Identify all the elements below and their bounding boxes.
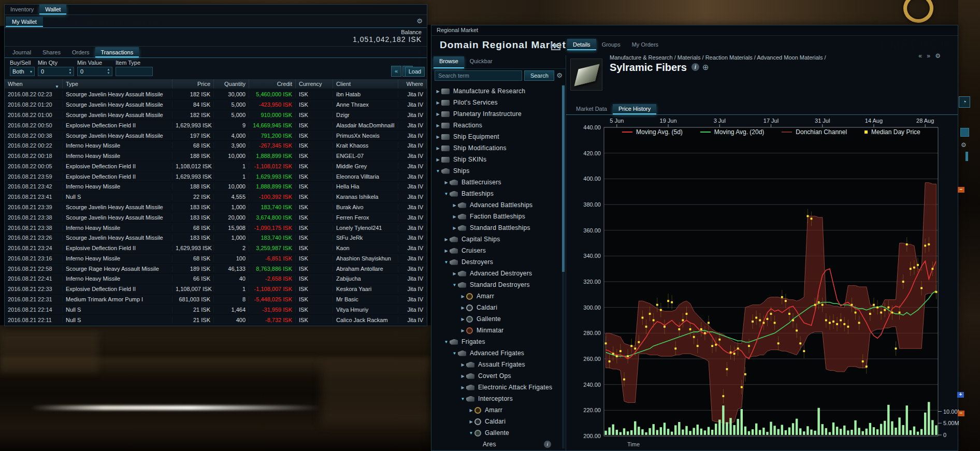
tab-price-history[interactable]: Price History bbox=[613, 104, 656, 114]
tree-item-capital-ships[interactable]: ▶Capital Ships bbox=[431, 234, 561, 245]
tree-expand-arrow-icon[interactable]: ▶ bbox=[435, 135, 441, 139]
tree-item-frigates[interactable]: ▼Frigates bbox=[431, 336, 561, 347]
col-credit[interactable]: Credit bbox=[249, 79, 296, 89]
tree-expand-arrow-icon[interactable]: ▶ bbox=[443, 237, 450, 242]
tree-expand-arrow-icon[interactable]: ▶ bbox=[451, 271, 458, 276]
tab-quickbar[interactable]: Quickbar bbox=[464, 56, 498, 68]
info-icon[interactable]: i bbox=[544, 441, 551, 448]
tree-expand-arrow-icon[interactable]: ▶ bbox=[435, 123, 441, 128]
tree-expand-arrow-icon[interactable]: ▶ bbox=[459, 362, 466, 367]
collapse-button[interactable]: − bbox=[958, 187, 964, 193]
tree-item-interceptors[interactable]: ▼Interceptors bbox=[431, 393, 561, 404]
tree-item-battlecruisers[interactable]: ▶Battlecruisers bbox=[431, 177, 561, 188]
tree-item-battleships[interactable]: ▼Battleships bbox=[431, 188, 561, 199]
tab-inventory[interactable]: Inventory bbox=[5, 5, 39, 14]
tree-expand-arrow-icon[interactable]: ▶ bbox=[451, 203, 458, 208]
tree-expand-arrow-icon[interactable]: ▶ bbox=[435, 112, 441, 117]
tree-expand-arrow-icon[interactable]: ▶ bbox=[435, 100, 441, 105]
table-row[interactable]: 2016.08.22 02:23Scourge Javelin Heavy As… bbox=[5, 90, 427, 100]
sidebar-square-icon[interactable] bbox=[960, 128, 969, 137]
tree-expand-arrow-icon[interactable]: ▶ bbox=[435, 146, 441, 151]
col-client[interactable]: Client bbox=[333, 79, 398, 89]
table-row[interactable]: 2016.08.21 22:41Inferno Heavy Missile66 … bbox=[5, 274, 427, 284]
tree-item-pilot-s-services[interactable]: ▶Pilot's Services bbox=[431, 97, 561, 108]
tree-scrollbar[interactable] bbox=[562, 85, 565, 448]
tree-item-cruisers[interactable]: ▶Cruisers bbox=[431, 245, 561, 256]
table-row[interactable]: 2016.08.21 23:39Scourge Javelin Heavy As… bbox=[5, 202, 427, 213]
load-button[interactable]: Load bbox=[405, 67, 425, 77]
tree-collapse-arrow-icon[interactable]: ▼ bbox=[451, 283, 458, 287]
zoom-out-button[interactable]: − bbox=[958, 411, 964, 416]
tree-item-electronic-attack-frigates[interactable]: ▶Electronic Attack Frigates bbox=[431, 382, 561, 393]
tab-orders[interactable]: Orders bbox=[66, 47, 95, 57]
tab-transactions[interactable]: Transactions bbox=[95, 47, 139, 57]
tree-item-advanced-battleships[interactable]: ▶Advanced Battleships bbox=[431, 199, 561, 211]
table-row[interactable]: 2016.08.22 00:38Scourge Javelin Heavy As… bbox=[5, 130, 427, 141]
table-row[interactable]: 2016.08.22 00:05Explosive Deflection Fie… bbox=[5, 161, 427, 171]
tree-expand-arrow-icon[interactable]: ▶ bbox=[459, 305, 466, 310]
tree-item-manufacture-research[interactable]: ▶Manufacture & Research bbox=[431, 85, 561, 97]
page-prev-button[interactable]: « bbox=[391, 66, 401, 77]
tree-expand-arrow-icon[interactable]: ▶ bbox=[459, 385, 466, 390]
tree-item-standard-destroyers[interactable]: ▼Standard Destroyers bbox=[431, 279, 561, 290]
tree-expand-arrow-icon[interactable]: ▶ bbox=[468, 408, 474, 413]
tree-item-standard-battleships[interactable]: ▶Standard Battleships bbox=[431, 222, 561, 234]
sidebar-gear-icon[interactable]: ⚙ bbox=[961, 141, 967, 149]
table-row[interactable]: 2016.08.21 22:14Null S21 ISK1,464-31,959… bbox=[5, 304, 427, 315]
table-row[interactable]: 2016.08.21 22:58Scourge Rage Heavy Assau… bbox=[5, 264, 427, 274]
zoom-in-button[interactable]: + bbox=[957, 392, 964, 398]
tree-collapse-arrow-icon[interactable]: ▼ bbox=[451, 351, 458, 356]
tree-collapse-arrow-icon[interactable]: ▼ bbox=[443, 340, 450, 344]
table-row[interactable]: 2016.08.22 00:50Explosive Deflection Fie… bbox=[5, 120, 427, 130]
tree-item-amarr[interactable]: ▶Amarr bbox=[431, 404, 561, 416]
tree-item-ship-skins[interactable]: ▶Ship SKINs bbox=[431, 154, 561, 165]
tree-item-assault-frigates[interactable]: ▶Assault Frigates bbox=[431, 359, 561, 370]
window-controls-icons[interactable]: « » ⚙ bbox=[918, 52, 942, 60]
tree-scrollbar-thumb[interactable] bbox=[562, 85, 565, 272]
tab-groups[interactable]: Groups bbox=[596, 39, 626, 50]
tree-expand-arrow-icon[interactable]: ▶ bbox=[459, 294, 466, 299]
tree-item-planetary-infrastructure[interactable]: ▶Planetary Infrastructure bbox=[431, 108, 561, 120]
tree-item-ships[interactable]: ▼Ships bbox=[431, 165, 561, 177]
table-row[interactable]: 2016.08.21 22:11Null S21 ISK400-8,732 IS… bbox=[5, 315, 427, 325]
tree-collapse-arrow-icon[interactable]: ▼ bbox=[443, 260, 450, 265]
tree-item-caldari[interactable]: ▶Caldari bbox=[431, 416, 561, 427]
tree-collapse-arrow-icon[interactable]: ▼ bbox=[459, 397, 466, 401]
tree-item-ares[interactable]: Aresi bbox=[431, 439, 561, 450]
tree-expand-arrow-icon[interactable]: ▶ bbox=[468, 419, 474, 424]
tree-expand-arrow-icon[interactable]: ▶ bbox=[435, 89, 441, 94]
tree-expand-arrow-icon[interactable]: ▶ bbox=[459, 328, 466, 333]
table-row[interactable]: 2016.08.21 23:41Null S22 ISK4,555-100,39… bbox=[5, 192, 427, 202]
col-where[interactable]: Where bbox=[398, 79, 427, 89]
wallet-settings-gear-icon[interactable]: ⚙ bbox=[416, 17, 423, 25]
breadcrumb[interactable]: Manufacture & Research / Materials / Rea… bbox=[610, 54, 826, 61]
table-row[interactable]: 2016.08.21 22:31Medium Trimark Armor Pum… bbox=[5, 295, 427, 305]
market-window-title[interactable]: Regional Market bbox=[431, 25, 958, 36]
tree-item-caldari[interactable]: ▶Caldari bbox=[431, 302, 561, 313]
col-quantity[interactable]: Quantity bbox=[214, 79, 249, 89]
tree-item-faction-battleships[interactable]: ▶Faction Battleships bbox=[431, 211, 561, 222]
tree-expand-arrow-icon[interactable]: ▶ bbox=[443, 249, 450, 253]
table-row[interactable]: 2016.08.21 23:38Scourge Javelin Heavy As… bbox=[5, 212, 427, 223]
col-type[interactable]: Type bbox=[63, 79, 172, 89]
table-row[interactable]: 2016.08.21 23:16Inferno Heavy Missile68 … bbox=[5, 254, 427, 264]
import-export-icon[interactable] bbox=[551, 42, 560, 50]
col-price[interactable]: Price bbox=[172, 79, 214, 89]
tree-collapse-arrow-icon[interactable]: ▼ bbox=[468, 431, 474, 435]
table-row[interactable]: 2016.08.21 23:26Scourge Javelin Heavy As… bbox=[5, 233, 427, 243]
tree-item-covert-ops[interactable]: ▶Covert Ops bbox=[431, 370, 561, 382]
table-row[interactable]: 2016.08.22 00:18Inferno Heavy Missile188… bbox=[5, 151, 427, 162]
tree-expand-arrow-icon[interactable]: ▶ bbox=[443, 180, 450, 185]
buy-sell-dropdown[interactable]: Both ▾ bbox=[10, 67, 35, 76]
tree-collapse-arrow-icon[interactable]: ▼ bbox=[435, 169, 441, 173]
tree-item-amarr[interactable]: ▶Amarr bbox=[431, 290, 561, 302]
item-type-input[interactable] bbox=[116, 67, 153, 76]
min-qty-stepper[interactable]: 0 ▲▼ bbox=[38, 67, 74, 76]
table-row[interactable]: 2016.08.22 01:00Scourge Javelin Heavy As… bbox=[5, 110, 427, 121]
tab-shares[interactable]: Shares bbox=[37, 47, 66, 57]
tree-expand-arrow-icon[interactable]: ▶ bbox=[459, 317, 466, 322]
col-currency[interactable]: Currency bbox=[296, 79, 333, 89]
tab-details[interactable]: Details bbox=[567, 39, 596, 50]
tab-browse[interactable]: Browse bbox=[434, 56, 464, 68]
search-button[interactable]: Search bbox=[524, 70, 554, 81]
